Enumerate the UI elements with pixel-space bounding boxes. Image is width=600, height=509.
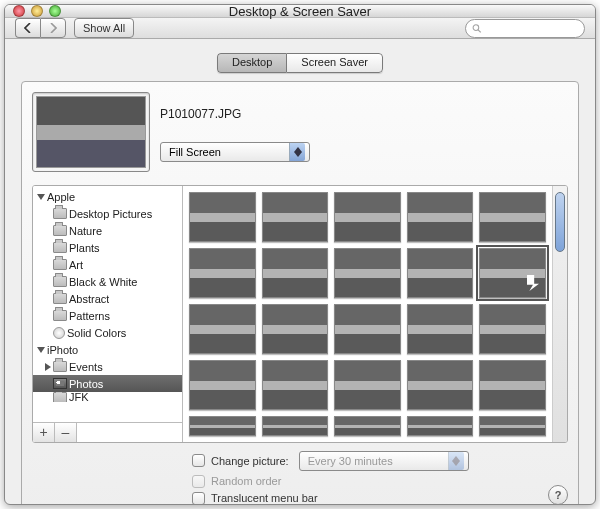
options-area: Change picture: Every 30 minutes Random … <box>32 451 568 505</box>
sidebar-item-jfk[interactable]: JFK <box>33 392 182 402</box>
thumbnail[interactable] <box>334 360 401 410</box>
disclosure-down-icon <box>37 347 45 353</box>
back-button[interactable] <box>15 18 40 38</box>
change-picture-row: Change picture: Every 30 minutes <box>192 451 469 471</box>
thumbnail[interactable] <box>407 192 474 242</box>
show-all-button[interactable]: Show All <box>74 18 134 38</box>
group-apple[interactable]: Apple <box>33 188 182 205</box>
folder-icon <box>53 242 67 253</box>
sidebar-item-art[interactable]: Art <box>33 256 182 273</box>
photos-icon <box>53 378 67 389</box>
forward-button[interactable] <box>40 18 66 38</box>
thumbnail[interactable] <box>334 248 401 298</box>
source-sidebar: Apple Desktop Pictures Nature Plants Art… <box>33 186 183 442</box>
desktop-panel: P1010077.JPG Fill Screen Apple <box>21 81 579 505</box>
change-picture-label: Change picture: <box>211 455 289 467</box>
thumbnail[interactable] <box>189 304 256 354</box>
thumbnail[interactable] <box>189 248 256 298</box>
toolbar: Show All <box>5 18 595 39</box>
thumbnail[interactable] <box>407 416 474 436</box>
search-input[interactable] <box>486 22 578 34</box>
add-remove-bar: + – <box>33 422 182 442</box>
preview-image <box>36 96 146 168</box>
group-iphoto[interactable]: iPhoto <box>33 341 182 358</box>
sidebar-item-patterns[interactable]: Patterns <box>33 307 182 324</box>
thumbnail[interactable] <box>262 192 329 242</box>
thumbnail[interactable] <box>262 304 329 354</box>
interval-popup[interactable]: Every 30 minutes <box>299 451 469 471</box>
tab-desktop[interactable]: Desktop <box>217 53 286 73</box>
thumbnail-selected[interactable] <box>479 248 546 298</box>
prefs-window: Desktop & Screen Saver Show All Desktop … <box>4 4 596 505</box>
chevron-left-icon <box>24 23 32 33</box>
grid-scrollbar[interactable] <box>552 186 567 442</box>
folder-icon <box>53 225 67 236</box>
folder-icon <box>53 259 67 270</box>
chevron-right-icon <box>49 23 57 33</box>
updown-icon <box>289 143 305 161</box>
thumbnail-area <box>183 186 567 442</box>
scrollbar-thumb[interactable] <box>555 192 565 252</box>
folder-icon <box>53 310 67 321</box>
change-picture-checkbox[interactable] <box>192 454 205 467</box>
thumbnail[interactable] <box>262 416 329 436</box>
sidebar-item-abstract[interactable]: Abstract <box>33 290 182 307</box>
current-filename: P1010077.JPG <box>160 107 568 121</box>
disclosure-right-icon <box>45 363 51 371</box>
folder-icon <box>53 276 67 287</box>
nav-segment <box>15 18 66 38</box>
tab-bar: Desktop Screen Saver <box>21 53 579 73</box>
sidebar-item-events[interactable]: Events <box>33 358 182 375</box>
thumbnail[interactable] <box>407 248 474 298</box>
search-icon <box>472 23 482 34</box>
thumbnail[interactable] <box>334 304 401 354</box>
tab-screensaver[interactable]: Screen Saver <box>286 53 383 73</box>
sidebar-item-plants[interactable]: Plants <box>33 239 182 256</box>
thumbnail[interactable] <box>189 360 256 410</box>
sidebar-item-photos[interactable]: Photos <box>33 375 182 392</box>
thumbnail[interactable] <box>262 360 329 410</box>
svg-point-0 <box>473 24 479 30</box>
folder-icon <box>53 392 67 402</box>
random-order-label: Random order <box>211 475 281 487</box>
translucent-row: Translucent menu bar <box>192 492 469 505</box>
svg-line-1 <box>478 29 481 32</box>
translucent-checkbox[interactable] <box>192 492 205 505</box>
preview-well <box>32 92 150 172</box>
content: Desktop Screen Saver P1010077.JPG Fill S… <box>5 39 595 505</box>
folder-icon <box>53 208 67 219</box>
sidebar-item-bw[interactable]: Black & White <box>33 273 182 290</box>
remove-folder-button[interactable]: – <box>55 423 77 442</box>
sidebar-item-desktop-pictures[interactable]: Desktop Pictures <box>33 205 182 222</box>
fit-mode-value: Fill Screen <box>169 146 221 158</box>
sidebar-item-nature[interactable]: Nature <box>33 222 182 239</box>
thumbnail[interactable] <box>479 360 546 410</box>
thumbnail[interactable] <box>262 248 329 298</box>
thumbnail-grid[interactable] <box>183 186 552 442</box>
sidebar-item-solid-colors[interactable]: Solid Colors <box>33 324 182 341</box>
interval-value: Every 30 minutes <box>308 455 393 467</box>
search-field[interactable] <box>465 19 585 38</box>
translucent-label: Translucent menu bar <box>211 492 318 504</box>
thumbnail[interactable] <box>407 360 474 410</box>
thumbnail[interactable] <box>189 416 256 436</box>
main-area: Apple Desktop Pictures Nature Plants Art… <box>32 185 568 443</box>
thumbnail[interactable] <box>479 416 546 436</box>
thumbnail[interactable] <box>334 192 401 242</box>
window-title: Desktop & Screen Saver <box>5 4 595 19</box>
thumbnail[interactable] <box>334 416 401 436</box>
thumbnail[interactable] <box>479 192 546 242</box>
random-order-checkbox[interactable] <box>192 475 205 488</box>
fit-mode-popup[interactable]: Fill Screen <box>160 142 310 162</box>
random-order-row: Random order <box>192 475 469 488</box>
disclosure-down-icon <box>37 194 45 200</box>
thumbnail[interactable] <box>479 304 546 354</box>
swatch-icon <box>53 327 65 339</box>
titlebar[interactable]: Desktop & Screen Saver <box>5 5 595 18</box>
thumbnail[interactable] <box>189 192 256 242</box>
add-folder-button[interactable]: + <box>33 423 55 442</box>
thumbnail[interactable] <box>407 304 474 354</box>
folder-icon <box>53 293 67 304</box>
folder-icon <box>53 361 67 372</box>
help-button[interactable]: ? <box>548 485 568 505</box>
